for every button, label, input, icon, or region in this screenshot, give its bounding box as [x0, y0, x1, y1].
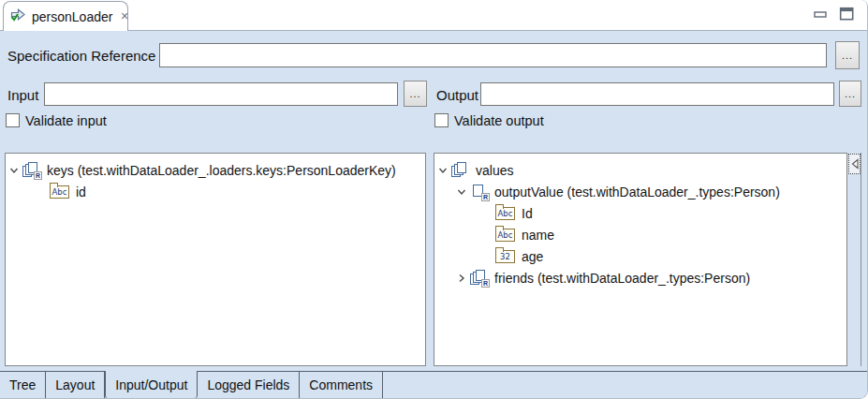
chevron-down-icon[interactable]: [434, 165, 451, 176]
tree-row-label: name: [520, 228, 554, 243]
tree-row-label: outputValue (test.withDataLoader_.types:…: [493, 185, 780, 200]
tab-label: Tree: [9, 377, 36, 392]
tree-row-label: keys (test.withDataLoader_.loaders.keys:…: [45, 163, 396, 178]
string-type-icon: Abc: [495, 207, 515, 220]
input-field[interactable]: [44, 82, 398, 106]
tree-row-friends[interactable]: R friends (test.withDataLoader_.types:Pe…: [434, 267, 846, 288]
tree-row-name[interactable]: Abc name: [434, 224, 846, 245]
tree-row-outputvalue[interactable]: R outputValue (test.withDataLoader_.type…: [434, 181, 846, 202]
tab-title: personLoader: [32, 9, 112, 24]
chevron-right-icon[interactable]: [453, 273, 470, 284]
string-type-icon: Abc: [50, 185, 69, 199]
values-tree-panel: values R outputValue (test.withDataLoade…: [434, 153, 847, 366]
tree-row-label: values: [474, 163, 513, 178]
tab-layout[interactable]: Layout: [46, 372, 105, 398]
right-sash[interactable]: [848, 153, 861, 366]
chevron-down-icon[interactable]: [453, 186, 470, 198]
tree-row-label: Id: [520, 206, 533, 221]
tree-row-age[interactable]: 32 age: [434, 245, 846, 267]
tree-row-keys[interactable]: R keys (test.withDataLoader_.loaders.key…: [6, 159, 425, 181]
element-group-icon: [451, 162, 470, 178]
minimize-icon[interactable]: [814, 7, 828, 22]
view-tab-bar: Tree Layout Input/Output Logged Fields C…: [0, 371, 868, 398]
validate-input-label: Validate input: [25, 113, 107, 128]
tree-row-label: id: [74, 185, 86, 200]
spec-reference-label: Specification Reference: [7, 48, 155, 64]
close-icon[interactable]: ✕: [120, 11, 128, 22]
spec-reference-browse-button[interactable]: ...: [835, 41, 860, 69]
tab-logged-fields[interactable]: Logged Fields: [198, 372, 300, 398]
validate-output-label: Validate output: [454, 113, 544, 128]
validate-output-checkbox[interactable]: [434, 113, 449, 127]
horizontal-splitter[interactable]: [426, 153, 434, 366]
tab-label: Logged Fields: [207, 377, 289, 392]
editor-tab-bar: personLoader ✕: [0, 0, 868, 31]
tab-label: Input/Output: [115, 377, 187, 392]
tab-label: Comments: [309, 377, 373, 392]
keys-tree-panel: R keys (test.withDataLoader_.loaders.key…: [5, 153, 426, 366]
editor-view: personLoader ✕ Specification Reference .…: [0, 0, 868, 399]
tab-tree[interactable]: Tree: [0, 372, 46, 398]
output-label: Output: [436, 87, 478, 103]
tab-comments[interactable]: Comments: [300, 372, 383, 398]
tree-row-id[interactable]: Abc Id: [434, 202, 846, 224]
tab-input-output[interactable]: Input/Output: [105, 371, 198, 398]
spec-reference-input[interactable]: [159, 43, 827, 67]
chevron-down-icon[interactable]: [6, 165, 22, 176]
input-browse-button[interactable]: ...: [404, 81, 427, 107]
output-field[interactable]: [480, 82, 834, 106]
repeating-element-icon: R: [22, 162, 41, 178]
string-type-icon: Abc: [495, 229, 515, 242]
element-ref-icon: R: [470, 184, 489, 200]
int32-type-icon: 32: [495, 250, 515, 263]
output-browse-button[interactable]: ...: [839, 81, 861, 107]
tab-personloader[interactable]: personLoader ✕: [3, 1, 128, 31]
tree-row-id[interactable]: Abc id: [6, 181, 425, 202]
tab-label: Layout: [55, 377, 95, 392]
collapse-left-icon[interactable]: [848, 154, 861, 174]
input-label: Input: [7, 87, 38, 103]
validate-input-checkbox[interactable]: [6, 113, 20, 127]
tree-row-label: age: [520, 249, 543, 264]
tree-row-values[interactable]: values: [434, 159, 846, 181]
activity-arrow-check-icon: [10, 7, 26, 26]
tree-row-label: friends (test.withDataLoader_.types:Pers…: [493, 271, 750, 286]
maximize-icon[interactable]: [839, 7, 855, 22]
repeating-element-icon: R: [470, 270, 489, 286]
